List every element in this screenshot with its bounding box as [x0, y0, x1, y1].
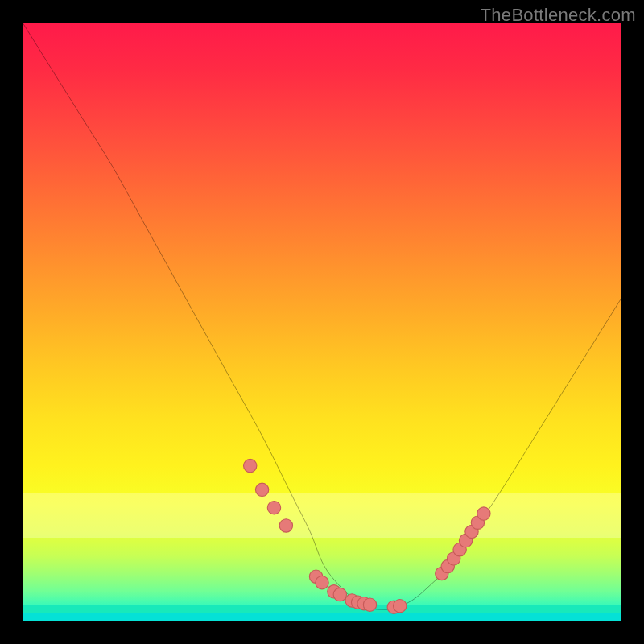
marker-group: [244, 459, 491, 613]
chart-stage: TheBottleneck.com: [0, 0, 644, 644]
marker-dot: [279, 519, 292, 532]
bottleneck-curve-path: [23, 23, 621, 609]
marker-dot: [267, 501, 280, 514]
marker-dot: [477, 507, 490, 520]
marker-dot: [316, 576, 328, 588]
plot-area: [23, 23, 621, 621]
curve-layer: [23, 23, 621, 621]
marker-dot: [333, 588, 346, 601]
marker-dot: [394, 599, 407, 612]
marker-dot: [363, 598, 376, 611]
marker-dot: [255, 483, 268, 496]
marker-dot: [244, 459, 257, 472]
